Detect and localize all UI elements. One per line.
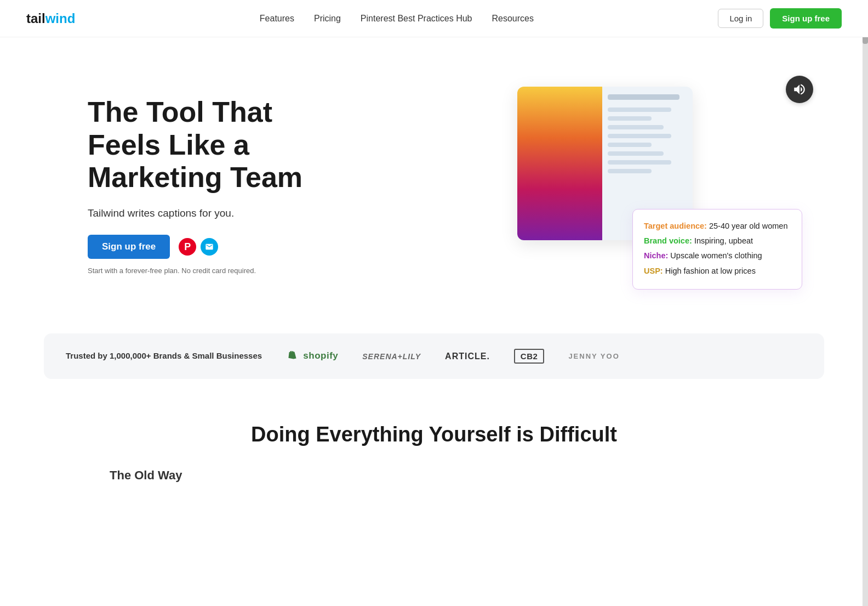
usp-label: USP: [644, 267, 663, 275]
scrollbar[interactable] [863, 0, 868, 516]
caption-card: Target audience: 25-40 year old women Br… [632, 209, 802, 290]
brand-shopify: shopify [288, 350, 338, 362]
trusted-text: Trusted by 1,000,000+ Brands & Small Bus… [66, 350, 262, 363]
ui-bar-7 [608, 160, 671, 165]
ui-bar-5 [608, 143, 652, 147]
doing-title: Doing Everything Yourself is Difficult [22, 423, 846, 446]
mail-icon [201, 238, 218, 256]
hero-title: The Tool That Feels Like a Marketing Tea… [88, 96, 318, 194]
nav-features[interactable]: Features [260, 14, 294, 23]
nav-resources[interactable]: Resources [492, 14, 534, 23]
nav-actions: Log in Sign up free [718, 8, 842, 29]
doing-section: Doing Everything Yourself is Difficult T… [0, 379, 868, 516]
brand-serena: SERENA+LILY [362, 352, 421, 361]
ui-bar-2 [608, 116, 652, 121]
sound-button[interactable] [786, 76, 813, 103]
ui-bar-3 [608, 125, 664, 129]
brand-value: Inspiring, upbeat [694, 236, 753, 245]
caption-line-target: Target audience: 25-40 year old women [644, 219, 791, 233]
caption-line-usp: USP: High fashion at low prices [644, 264, 791, 278]
logo-tail: tail [26, 11, 45, 26]
ui-bar-8 [608, 169, 652, 173]
brand-cb2: CB2 [514, 349, 545, 364]
signup-button-nav[interactable]: Sign up free [770, 8, 842, 29]
nav-links: Features Pricing Pinterest Best Practice… [260, 14, 534, 24]
logo-text-wind: ind [55, 11, 75, 26]
ui-bar-6 [608, 151, 664, 156]
usp-value: High fashion at low prices [665, 267, 756, 275]
target-label: Target audience: [644, 222, 707, 230]
niche-label: Niche: [644, 251, 668, 260]
pinterest-icon: P [179, 238, 196, 256]
brand-article: ARTICLE. [445, 352, 490, 361]
ui-bar-1 [608, 107, 671, 112]
brand-logos: shopify SERENA+LILY ARTICLE. CB2 JENNY Y… [288, 349, 802, 364]
old-way-label: The Old Way [22, 468, 846, 483]
brand-label: Brand voice: [644, 236, 692, 245]
hero-right: Target audience: 25-40 year old women Br… [506, 70, 802, 301]
login-button[interactable]: Log in [718, 9, 763, 28]
navbar: tailwwindind Features Pricing Pinterest … [0, 0, 868, 37]
brand-jenny: JENNY YOO [568, 352, 619, 360]
nav-pinterest[interactable]: Pinterest Best Practices Hub [361, 14, 472, 23]
logo-wind-dot: w [45, 11, 56, 26]
caption-line-brand: Brand voice: Inspiring, upbeat [644, 234, 791, 248]
caption-line-niche: Niche: Upscale women's clothing [644, 249, 791, 263]
ui-bar-top [608, 94, 679, 100]
social-icons: P [179, 238, 218, 256]
logo[interactable]: tailwwindind [26, 11, 75, 26]
nav-pricing[interactable]: Pricing [314, 14, 341, 23]
hero-cta-row: Sign up free P [88, 235, 318, 259]
gradient-panel [517, 87, 602, 240]
hero-section: The Tool That Feels Like a Marketing Tea… [0, 37, 868, 333]
hero-signup-button[interactable]: Sign up free [88, 235, 170, 259]
hero-left: The Tool That Feels Like a Marketing Tea… [88, 96, 318, 275]
niche-value: Upscale women's clothing [670, 251, 762, 260]
target-value: 25-40 year old women [709, 222, 787, 230]
trusted-section: Trusted by 1,000,000+ Brands & Small Bus… [44, 333, 824, 379]
hero-note: Start with a forever-free plan. No credi… [88, 267, 318, 275]
ui-bar-4 [608, 134, 671, 138]
hero-subtitle: Tailwind writes captions for you. [88, 207, 318, 219]
